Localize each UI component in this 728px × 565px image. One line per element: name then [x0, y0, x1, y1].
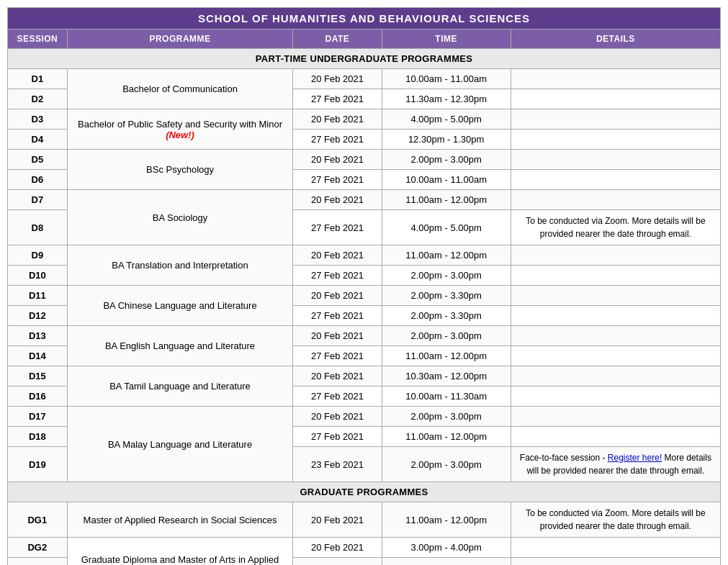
session-cell: D18: [8, 427, 68, 447]
programme-cell: BA Tamil Language and Literature: [67, 366, 293, 407]
session-cell: D2: [8, 89, 68, 109]
date-cell: 27 Feb 2021: [293, 427, 382, 447]
session-cell: D3: [8, 109, 68, 130]
programme-cell: Master of Applied Research in Social Sci…: [67, 502, 293, 538]
date-cell: 20 Feb 2021: [293, 109, 382, 130]
date-cell: 20 Feb 2021: [293, 407, 382, 427]
col-details: DETAILS: [511, 30, 720, 49]
date-cell: 27 Feb 2021: [293, 306, 382, 326]
programme-cell: BA English Language and Literature: [67, 326, 293, 366]
programme-cell: BA Translation and Interpretation: [67, 245, 293, 286]
table-row: D15BA Tamil Language and Literature20 Fe…: [8, 366, 721, 387]
time-cell: 11.00am - 12.00pm: [382, 346, 511, 366]
details-cell: [511, 538, 720, 558]
time-cell: 2.00pm - 3.30pm: [382, 306, 511, 326]
section-header-0: PART-TIME UNDERGRADUATE PROGRAMMES: [8, 49, 721, 69]
programme-cell: Bachelor of Public Safety and Security w…: [67, 109, 293, 150]
details-cell: [511, 266, 720, 286]
date-cell: 26 Feb 2021: [293, 558, 382, 566]
col-programme: PROGRAMME: [67, 30, 293, 49]
details-cell: [511, 69, 720, 89]
time-cell: 4.00pm - 5.00pm: [382, 109, 511, 130]
session-cell: D10: [8, 266, 68, 286]
register-link[interactable]: Register here!: [608, 453, 662, 463]
date-cell: 27 Feb 2021: [293, 387, 382, 407]
session-cell: D13: [8, 326, 68, 346]
time-cell: 11.00am - 12.00pm: [382, 245, 511, 266]
programme-cell: BSc Psychology: [67, 150, 293, 190]
table-row: D7BA Sociology20 Feb 202111.00am - 12.00…: [8, 190, 721, 210]
details-cell: To be conducted via Zoom. More details w…: [511, 210, 720, 245]
session-cell: D9: [8, 245, 68, 266]
time-cell: 10.00am - 11.30am: [382, 387, 511, 407]
session-cell: D1: [8, 69, 68, 89]
time-cell: 2.00pm - 3.00pm: [382, 266, 511, 286]
programme-cell: BA Sociology: [67, 190, 293, 245]
time-cell: 11.00am - 12.00pm: [382, 427, 511, 447]
details-cell: [511, 306, 720, 326]
session-cell: D6: [8, 170, 68, 190]
new-label: (New!): [166, 130, 194, 140]
details-cell: Face-to-face session - Register here! Mo…: [511, 447, 720, 482]
table-row: D1Bachelor of Communication20 Feb 202110…: [8, 69, 721, 89]
date-cell: 27 Feb 2021: [293, 210, 382, 245]
date-cell: 20 Feb 2021: [293, 286, 382, 306]
session-cell: D12: [8, 306, 68, 326]
date-cell: 27 Feb 2021: [293, 170, 382, 190]
table-row: D13BA English Language and Literature20 …: [8, 326, 721, 346]
programme-cell: BA Chinese Language and Literature: [67, 286, 293, 326]
date-cell: 20 Feb 2021: [293, 150, 382, 170]
time-cell: 4.00pm - 5.00pm: [382, 210, 511, 245]
time-cell: 12.30pm - 1.30pm: [382, 130, 511, 150]
session-cell: D14: [8, 346, 68, 366]
date-cell: 27 Feb 2021: [293, 266, 382, 286]
details-cell: [511, 170, 720, 190]
details-cell: [511, 109, 720, 130]
time-cell: 2.00pm - 3.00pm: [382, 447, 511, 482]
date-cell: 23 Feb 2021: [293, 447, 382, 482]
date-cell: 27 Feb 2021: [293, 130, 382, 150]
date-cell: 20 Feb 2021: [293, 538, 382, 558]
details-cell: [511, 346, 720, 366]
session-cell: D17: [8, 407, 68, 427]
date-cell: 20 Feb 2021: [293, 69, 382, 89]
time-cell: 2.00pm - 3.30pm: [382, 286, 511, 306]
time-cell: 10.00am - 11.00am: [382, 170, 511, 190]
session-cell: DG1: [8, 502, 68, 538]
col-time: TIME: [382, 30, 511, 49]
time-cell: 11.30am - 12.30pm: [382, 89, 511, 109]
time-cell: 11.00am - 12.00pm: [382, 502, 511, 538]
details-cell: [511, 190, 720, 210]
session-cell: D7: [8, 190, 68, 210]
date-cell: 27 Feb 2021: [293, 89, 382, 109]
date-cell: 20 Feb 2021: [293, 245, 382, 266]
table-row: D3Bachelor of Public Safety and Security…: [8, 109, 721, 130]
session-cell: DG2: [8, 538, 68, 558]
time-cell: 10.30am - 12.00pm: [382, 366, 511, 387]
details-cell: [511, 130, 720, 150]
time-cell: 3.00pm - 4.00pm: [382, 538, 511, 558]
section-header-1: GRADUATE PROGRAMMES: [8, 482, 721, 502]
details-cell: To be conducted via Zoom. More details w…: [511, 502, 720, 538]
details-cell: [511, 245, 720, 266]
details-cell: [511, 326, 720, 346]
table-row: D5BSc Psychology20 Feb 20212.00pm - 3.00…: [8, 150, 721, 170]
details-cell: [511, 407, 720, 427]
main-table: SCHOOL OF HUMANITIES AND BEHAVIOURAL SCI…: [7, 7, 721, 565]
details-cell: [511, 150, 720, 170]
time-cell: 6.00pm - 7.00pm: [382, 558, 511, 566]
date-cell: 20 Feb 2021: [293, 326, 382, 346]
programme-cell: BA Malay Language and Literature: [67, 407, 293, 482]
session-cell: D8: [8, 210, 68, 245]
date-cell: 20 Feb 2021: [293, 502, 382, 538]
table-row: DG2Graduate Diploma and Master of Arts i…: [8, 538, 721, 558]
session-cell: D16: [8, 387, 68, 407]
details-cell: [511, 89, 720, 109]
details-cell: [511, 427, 720, 447]
programme-cell: Bachelor of Communication: [67, 69, 293, 109]
date-cell: 20 Feb 2021: [293, 190, 382, 210]
col-session: SESSION: [8, 30, 68, 49]
time-cell: 11.00am - 12.00pm: [382, 190, 511, 210]
session-cell: D19: [8, 447, 68, 482]
details-cell: [511, 286, 720, 306]
